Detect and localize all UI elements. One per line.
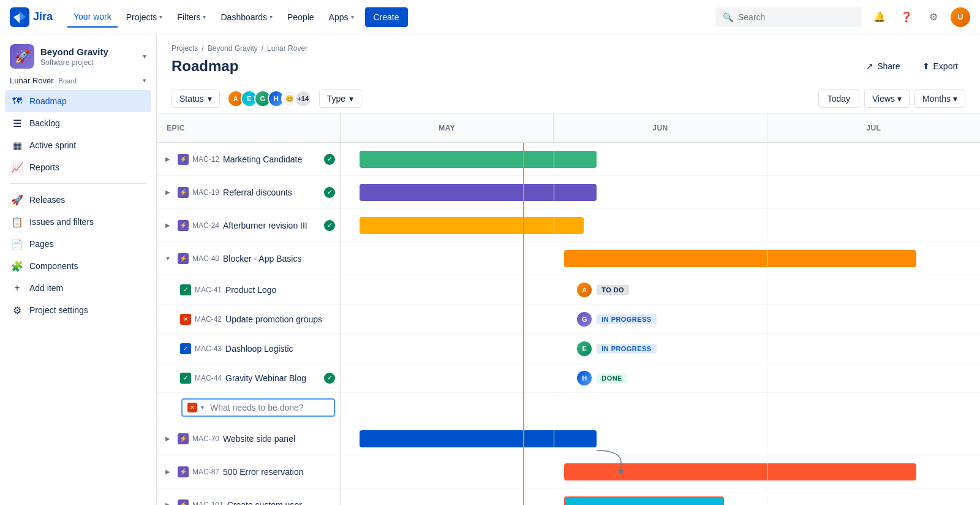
help-button[interactable]: ❓: [897, 7, 916, 27]
gantt-bar-mac19[interactable]: [360, 184, 596, 201]
notifications-button[interactable]: 🔔: [870, 7, 889, 27]
epic-row-mac41[interactable]: ✓ MAC-41 Product Logo: [157, 275, 340, 305]
epic-row-mac40[interactable]: ▼ ⚡ MAC-40 Blocker - App Basics: [157, 242, 340, 275]
avatar-count[interactable]: +14: [295, 90, 312, 107]
project-header[interactable]: 🚀 Beyond Gravity Software project ▾: [0, 34, 156, 76]
timeline-row-input: [341, 393, 980, 422]
sidebar: 🚀 Beyond Gravity Software project ▾ Luna…: [0, 34, 157, 505]
breadcrumb-lunar-rover[interactable]: Lunar Rover: [267, 44, 307, 53]
timeline-row-mac41: A TO DO: [341, 275, 980, 305]
done-mac19: ✓: [324, 187, 335, 198]
epic-id-mac24: MAC-24: [192, 221, 219, 230]
add-item-icon: +: [11, 282, 23, 294]
gantt-bar-mac40[interactable]: [564, 250, 916, 267]
sidebar-item-pages[interactable]: 📄 Pages: [5, 233, 151, 255]
breadcrumb-projects[interactable]: Projects: [172, 44, 198, 53]
epic-row-mac19[interactable]: ▶ ⚡ MAC-19 Referral discounts ✓: [157, 176, 340, 209]
epic-icon-mac70: ⚡: [178, 433, 189, 444]
roadmap-container: Epic ▶ ⚡ MAC-12 Marketing Candidate ✓ ▶ …: [157, 113, 980, 505]
month-jun: JUN: [554, 113, 767, 142]
gantt-bar-mac101[interactable]: [564, 496, 724, 506]
task-input-wrapper[interactable]: ✕ ▾: [181, 398, 335, 417]
type-chevron-icon: ▾: [349, 94, 353, 104]
epic-id-mac87: MAC-87: [192, 468, 219, 476]
epic-name-mac19: Referral discounts: [223, 188, 322, 197]
sidebar-item-releases[interactable]: 🚀 Releases: [5, 189, 151, 211]
nav-dashboards[interactable]: Dashboards ▾: [214, 7, 279, 27]
status-filter-button[interactable]: Status ▾: [172, 89, 220, 108]
search-input[interactable]: [738, 12, 855, 22]
month-jul: JUL: [767, 113, 980, 142]
expand-mac87[interactable]: ▶: [162, 466, 174, 478]
epic-panel: Epic ▶ ⚡ MAC-12 Marketing Candidate ✓ ▶ …: [157, 113, 341, 505]
epic-row-mac42[interactable]: ✕ MAC-42 Update promotion groups: [157, 305, 340, 334]
expand-mac19[interactable]: ▶: [162, 186, 174, 199]
today-button[interactable]: Today: [818, 89, 859, 108]
expand-mac40[interactable]: ▼: [162, 252, 174, 265]
timeline-row-mac12: [341, 143, 980, 176]
project-name: Beyond Gravity: [40, 46, 137, 58]
gantt-bar-mac70[interactable]: [360, 430, 596, 447]
epic-row-mac24[interactable]: ▶ ⚡ MAC-24 Afterburner revision III ✓: [157, 209, 340, 242]
avatar-mac44: H: [577, 371, 592, 385]
page-header: Roadmap ↗ Share ⬆ Export: [157, 55, 980, 85]
share-button[interactable]: ↗ Share: [859, 58, 907, 75]
search-icon: 🔍: [723, 12, 733, 22]
epic-icon-mac41: ✓: [180, 284, 191, 295]
sidebar-item-reports[interactable]: 📈 Reports: [5, 156, 151, 178]
project-settings-icon: ⚙: [11, 304, 23, 316]
expand-mac101[interactable]: ▶: [162, 499, 174, 506]
nav-projects[interactable]: Projects ▾: [120, 7, 169, 27]
epic-row-mac44[interactable]: ✓ MAC-44 Gravity Webinar Blog ✓: [157, 363, 340, 393]
create-button[interactable]: Create: [365, 7, 408, 27]
epic-row-mac70[interactable]: ▶ ⚡ MAC-70 Website side panel: [157, 422, 340, 455]
expand-mac70[interactable]: ▶: [162, 433, 174, 445]
nav-apps[interactable]: Apps ▾: [323, 7, 360, 27]
export-button[interactable]: ⬆ Export: [915, 58, 965, 75]
sidebar-item-project-settings[interactable]: ⚙ Project settings: [5, 299, 151, 321]
gantt-bar-mac24[interactable]: [360, 217, 583, 234]
gantt-bar-mac87[interactable]: [564, 463, 916, 480]
task-input[interactable]: [210, 403, 329, 412]
board-selector[interactable]: Lunar Rover Board ▾: [0, 76, 156, 90]
sidebar-item-active-sprint[interactable]: ▦ Active sprint: [5, 134, 151, 156]
epic-name-mac40: Blocker - App Basics: [223, 254, 335, 264]
user-avatar[interactable]: U: [951, 7, 970, 27]
logo[interactable]: Jira: [10, 7, 53, 27]
nav-your-work[interactable]: Your work: [67, 7, 118, 28]
components-icon: 🧩: [11, 260, 23, 272]
epic-row-mac12[interactable]: ▶ ⚡ MAC-12 Marketing Candidate ✓: [157, 143, 340, 176]
main-content: Projects / Beyond Gravity / Lunar Rover …: [157, 34, 980, 505]
settings-button[interactable]: ⚙: [924, 7, 943, 27]
sidebar-item-backlog[interactable]: ☰ Backlog: [5, 112, 151, 134]
gantt-bar-mac12[interactable]: [360, 151, 596, 168]
roadmap-grid: Epic ▶ ⚡ MAC-12 Marketing Candidate ✓ ▶ …: [157, 113, 980, 505]
project-chevron-icon: ▾: [143, 52, 146, 61]
nav-filters[interactable]: Filters ▾: [171, 7, 212, 27]
timeline-row-mac101: [341, 488, 980, 505]
epic-row-mac43[interactable]: ✓ MAC-43 Dashloop Logistic: [157, 334, 340, 363]
epic-row-mac101[interactable]: ▶ ⚡ MAC-101 Create custom user: [157, 488, 340, 505]
sidebar-item-add-item[interactable]: + Add item: [5, 277, 151, 299]
epic-name-mac70: Website side panel: [223, 434, 335, 444]
epic-row-mac87[interactable]: ▶ ⚡ MAC-87 500 Error reservation: [157, 455, 340, 488]
breadcrumb-beyond-gravity[interactable]: Beyond Gravity: [208, 44, 258, 53]
board-chevron-icon: ▾: [143, 77, 146, 85]
sidebar-item-issues[interactable]: 📋 Issues and filters: [5, 211, 151, 233]
nav-people[interactable]: People: [281, 7, 320, 27]
views-button[interactable]: Views ▾: [864, 89, 910, 108]
months-button[interactable]: Months ▾: [914, 89, 965, 108]
breadcrumb-sep-1: /: [202, 44, 203, 53]
type-filter-button[interactable]: Type ▾: [319, 89, 361, 108]
board-name: Lunar Rover: [10, 76, 54, 85]
epic-name-mac24: Afterburner revision III: [223, 221, 322, 230]
sidebar-item-roadmap[interactable]: 🗺 Roadmap: [5, 90, 151, 112]
expand-mac24[interactable]: ▶: [162, 219, 174, 232]
task-chevron-icon: ▾: [201, 404, 204, 411]
input-row: ✕ ▾: [157, 393, 340, 422]
share-icon: ↗: [866, 61, 873, 71]
avatar-group[interactable]: A E G H 😊 +14: [227, 90, 312, 107]
search-box[interactable]: 🔍: [715, 7, 862, 27]
sidebar-item-components[interactable]: 🧩 Components: [5, 255, 151, 277]
expand-mac12[interactable]: ▶: [162, 153, 174, 165]
